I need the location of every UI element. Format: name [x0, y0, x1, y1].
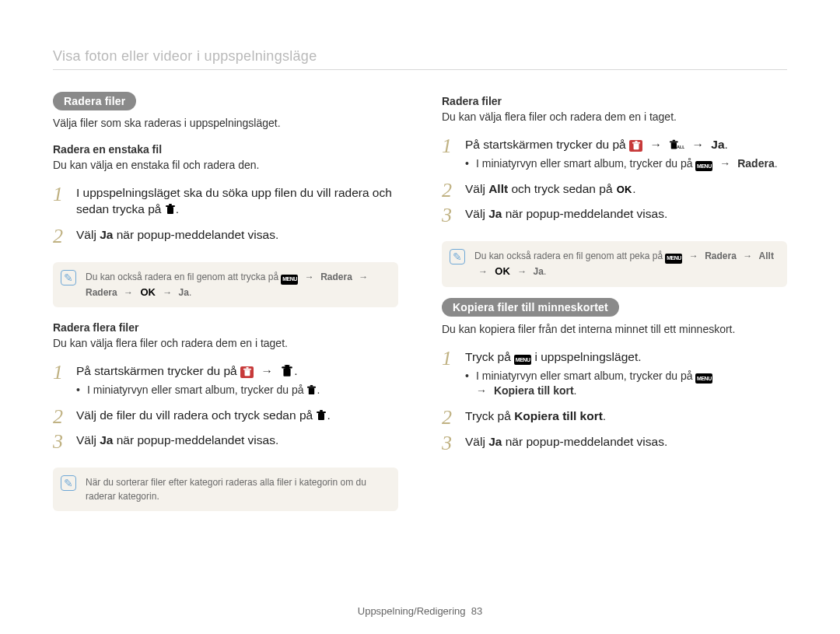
subhead-delete-files-r: Radera filer	[442, 95, 787, 107]
steps-delete-all: På startskärmen trycker du på → ALL → Ja…	[442, 137, 787, 232]
ok-icon: OK	[139, 285, 156, 300]
menu-icon: MENU	[695, 373, 712, 384]
two-column-layout: Radera filer Välja filer som ska raderas…	[53, 92, 787, 522]
step-3: Välj Ja när popup-meddelandet visas.	[442, 434, 787, 450]
subintro-delete-single: Du kan välja en enstaka fil och radera d…	[53, 159, 398, 171]
left-column: Radera filer Välja filer som ska raderas…	[53, 92, 398, 522]
trash-multi-icon	[280, 365, 294, 377]
menu-icon: MENU	[281, 275, 298, 285]
page-title: Visa foton eller videor i uppspelningslä…	[53, 48, 787, 70]
trash-icon	[165, 204, 176, 215]
manual-page: Visa foton eller videor i uppspelningslä…	[0, 0, 840, 634]
section-pill-delete-files: Radera filer	[53, 92, 136, 110]
step-1: På startskärmen trycker du på → . I mini…	[53, 363, 398, 398]
menu-icon: MENU	[514, 355, 531, 365]
sub-bullet: I miniatyrvyn eller smart album, trycker…	[465, 156, 787, 172]
step-2: Välj Ja när popup-meddelandet visas.	[53, 227, 398, 243]
footer: Uppspelning/Redigering 83	[0, 605, 840, 617]
footer-page: 83	[471, 605, 482, 617]
right-column: Radera filer Du kan välja flera filer oc…	[442, 92, 787, 522]
section-pill-copy: Kopiera filer till minneskortet	[442, 298, 619, 317]
step-1: På startskärmen trycker du på → ALL → Ja…	[442, 137, 787, 172]
steps-delete-single: I uppspelningsläget ska du söka upp file…	[53, 185, 398, 253]
note-box: Du kan också radera en fil genom att pek…	[442, 241, 787, 286]
subhead-delete-multi: Radera flera filer	[53, 321, 398, 334]
ok-icon: OK	[616, 183, 633, 197]
step-1: I uppspelningsläget ska du söka upp file…	[53, 185, 398, 218]
step-3: Välj Ja när popup-meddelandet visas.	[442, 206, 787, 222]
note-box: Du kan också radera en fil genom att try…	[53, 262, 398, 307]
trash-red-icon	[629, 140, 642, 152]
subintro-delete-files-r: Du kan välja flera filer och radera dem …	[442, 110, 787, 123]
subintro-delete-multi: Du kan välja flera filer och radera dem …	[53, 337, 398, 349]
step-3: Välj Ja när popup-meddelandet visas.	[53, 433, 398, 449]
step-2: Välj de filer du vill radera och tryck s…	[53, 408, 398, 424]
trash-icon	[306, 385, 317, 395]
trash-red-icon	[240, 366, 254, 378]
section-intro: Välja filer som ska raderas i uppspelnin…	[53, 117, 398, 129]
menu-icon: MENU	[665, 254, 682, 264]
svg-text:ALL: ALL	[677, 145, 684, 149]
note-box: När du sorterar filer efter kategori rad…	[53, 468, 398, 511]
step-2: Välj Allt och tryck sedan på OK.	[442, 181, 787, 198]
sub-bullet: I miniatyrvyn eller smart album, trycker…	[76, 383, 398, 398]
step-1: Tryck på MENU i uppspelningsläget. I min…	[442, 349, 787, 399]
footer-section: Uppspelning/Redigering	[358, 605, 466, 617]
step-2: Tryck på Kopiera till kort.	[442, 408, 787, 425]
steps-copy: Tryck på MENU i uppspelningsläget. I min…	[442, 349, 787, 460]
trash-all-icon: ALL	[669, 138, 684, 151]
trash-icon	[316, 410, 327, 421]
sub-bullet: I miniatyrvyn eller smart album, trycker…	[465, 369, 787, 399]
menu-icon: MENU	[695, 161, 712, 171]
section-intro-copy: Du kan kopiera filer från det interna mi…	[442, 323, 787, 335]
subhead-delete-single: Radera en enstaka fil	[53, 143, 398, 156]
ok-icon: OK	[494, 264, 511, 279]
steps-delete-multi: På startskärmen trycker du på → . I mini…	[53, 363, 398, 458]
